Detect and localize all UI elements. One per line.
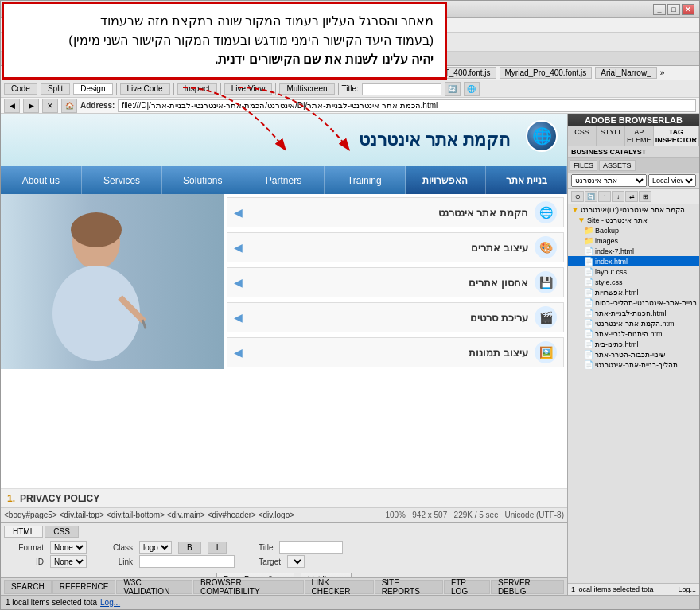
bold-button[interactable]: B: [178, 542, 201, 554]
nav-build-site[interactable]: בניית אתר: [486, 166, 567, 194]
download-icon[interactable]: ↓: [612, 191, 624, 202]
properties-panel: HTML CSS Format None Class logo B I Titl…: [1, 522, 567, 577]
id-select[interactable]: None: [50, 555, 87, 568]
close-button[interactable]: ✕: [682, 4, 694, 15]
target-select[interactable]: [287, 555, 305, 568]
sidebar-item-4[interactable]: 🎬 עריכת סרטים ◀: [227, 302, 564, 332]
title-prop-label: Title: [233, 543, 273, 552]
format-label: Format: [4, 543, 44, 552]
tree-layout[interactable]: 📄 layout.css: [568, 266, 699, 277]
site-content: 🌐 הקמת אתר אינטרנט ◀ 🎨 עיצוב אתרים ◀ 💾 א…: [1, 194, 567, 488]
tree-site-root[interactable]: ▼ אינטרנט(D:) הקמת אתר אינטרנטי: [568, 204, 699, 215]
site-reports-tab[interactable]: SITE REPORTS: [375, 580, 443, 594]
css-tab-arial[interactable]: Arial_Narrow_: [595, 67, 656, 79]
sidebar-item-5[interactable]: 🖼️ עיצוב תמונות ◀: [227, 337, 564, 367]
sidebar-item-1[interactable]: 🌐 הקמת אתר אינטרנט ◀: [227, 197, 564, 227]
design-view-button[interactable]: Design: [73, 83, 112, 95]
live-code-button[interactable]: Live Code: [120, 83, 170, 95]
link-checker-tab[interactable]: LINK CHECKER: [305, 580, 374, 594]
site-title: הקמת אתר אינטרנט: [359, 130, 510, 150]
w3c-tab[interactable]: W3C VALIDATION: [116, 580, 192, 594]
live-view-button[interactable]: Live View: [224, 83, 273, 95]
maximize-button[interactable]: □: [667, 4, 680, 15]
sync-icon[interactable]: ⇄: [625, 191, 638, 202]
expand-icon[interactable]: ⊞: [639, 191, 651, 202]
tree-index7[interactable]: 📄 index-7.html: [568, 246, 699, 256]
split-view-button[interactable]: Split: [41, 83, 70, 95]
multiscreen-button[interactable]: Multiscreen: [279, 83, 334, 95]
panel-tab-ap[interactable]: AP ELEME: [625, 126, 654, 146]
back-icon[interactable]: ◀: [4, 99, 20, 113]
folder-icon-root: ▼: [571, 205, 579, 214]
assets-tab[interactable]: ASSETS: [599, 160, 636, 171]
format-select[interactable]: None: [50, 541, 87, 554]
class-select[interactable]: logo: [139, 541, 172, 554]
title-field[interactable]: [362, 83, 441, 95]
tree-options[interactable]: 📄 אפשרויות.html: [568, 287, 699, 297]
change-label: שינוי-תכבות-הטרר-אתר: [595, 351, 665, 359]
tree-change[interactable]: 📄 שינוי-תכבות-הטרר-אתר: [568, 349, 699, 359]
tree-establish[interactable]: 📄 הקמת-אתר-אינטרנטי.html: [568, 318, 699, 328]
target-label: Target: [241, 558, 281, 566]
nav-solutions[interactable]: Solutions: [162, 166, 243, 194]
nav-services[interactable]: Services: [82, 166, 163, 194]
upload-icon[interactable]: ↑: [598, 191, 611, 202]
tree-backup[interactable]: 📁 Backup: [568, 225, 699, 235]
tree-prep[interactable]: 📄 הכנות-לבניית-אתר.html: [568, 308, 699, 318]
sidebar-text-3: אחסון אתרים: [243, 277, 535, 289]
tree-process[interactable]: 📄 תהליך-בניית-אתר-אינטרנטי: [568, 359, 699, 370]
forward-icon[interactable]: ▶: [23, 99, 39, 113]
log-link[interactable]: Log...: [100, 598, 120, 607]
prop-tab-css[interactable]: CSS: [45, 526, 79, 538]
sidebar-item-2[interactable]: 🎨 עיצוב אתרים ◀: [227, 232, 564, 262]
browser-compat-tab[interactable]: BROWSER COMPATIBILITY: [193, 580, 304, 594]
css-tab-more[interactable]: »: [660, 68, 665, 77]
nav-about-us[interactable]: About us: [1, 166, 82, 194]
privacy-number: 1.: [7, 493, 15, 504]
address-input[interactable]: [118, 99, 696, 112]
panel-tab-css[interactable]: CSS: [568, 126, 597, 146]
css-tab-myriad[interactable]: Myriad_Pro_400.font.js: [500, 67, 593, 79]
italic-button[interactable]: I: [208, 542, 228, 554]
log-button[interactable]: Log...: [678, 585, 696, 593]
tree-images[interactable]: 📁 images: [568, 235, 699, 246]
tree-style[interactable]: 📄 style.css: [568, 277, 699, 287]
connect-icon[interactable]: ⊙: [571, 191, 584, 202]
tree-build[interactable]: 📄 בניית-אתר-אינטרנטי-תהליכי-כסום: [568, 297, 699, 308]
tree-index[interactable]: 📄 index.html: [568, 256, 699, 266]
server-debug-tab[interactable]: SERVER DEBUG: [491, 580, 564, 594]
title-prop-input[interactable]: [279, 541, 343, 554]
file-icon-cond: 📄: [584, 329, 593, 338]
nav-training[interactable]: Training: [325, 166, 406, 194]
panel-tab-styli[interactable]: STYLI: [597, 126, 625, 146]
globe-icon[interactable]: 🌐: [464, 82, 480, 96]
search-tab[interactable]: SEARCH: [4, 580, 52, 594]
view-dropdown[interactable]: Local view: [648, 174, 696, 187]
title-label: Title:: [342, 84, 359, 93]
tree-cond[interactable]: 📄 היתנות-לגביי-אתר.html: [568, 328, 699, 339]
home-icon[interactable]: 🏠: [61, 99, 77, 113]
panel-tab-tag[interactable]: TAG INSPECTOR: [654, 126, 699, 146]
nav-partners[interactable]: Partners: [243, 166, 325, 194]
link-input[interactable]: [139, 555, 235, 568]
sidebar-item-3[interactable]: 💾 אחסון אתרים ◀: [227, 267, 564, 297]
files-tab[interactable]: FILES: [570, 160, 597, 171]
site-dropdown[interactable]: אתר אינטרנט: [571, 174, 647, 187]
view-sep-4: [275, 83, 276, 95]
reference-tab[interactable]: REFERENCE: [52, 580, 116, 594]
ftp-log-tab[interactable]: FTP LOG: [444, 580, 490, 594]
minimize-button[interactable]: _: [653, 4, 666, 15]
prop-tab-html[interactable]: HTML: [4, 526, 43, 538]
inspect-button[interactable]: Inspect: [177, 83, 217, 95]
tree-site-label[interactable]: ▼ Site - אתר אינטרנט: [568, 215, 699, 225]
annotation-line2: (בעמוד היעד הקישור הימני מודגש ובעמוד המ…: [15, 31, 434, 50]
stop-icon[interactable]: ✕: [42, 99, 58, 113]
refresh-icon[interactable]: 🔄: [445, 82, 461, 96]
tree-contact[interactable]: 📄 כתינו-בית.html: [568, 339, 699, 349]
code-view-button[interactable]: Code: [4, 83, 37, 95]
main-area: 🌐 הקמת אתר אינטרנט About us Services Sol…: [1, 114, 699, 595]
status-text: 1 local items selected tota: [571, 585, 654, 593]
file-icon-contact: 📄: [584, 340, 593, 348]
nav-options[interactable]: האפשרויות: [406, 166, 487, 194]
refresh-files-icon[interactable]: 🔄: [585, 191, 597, 202]
